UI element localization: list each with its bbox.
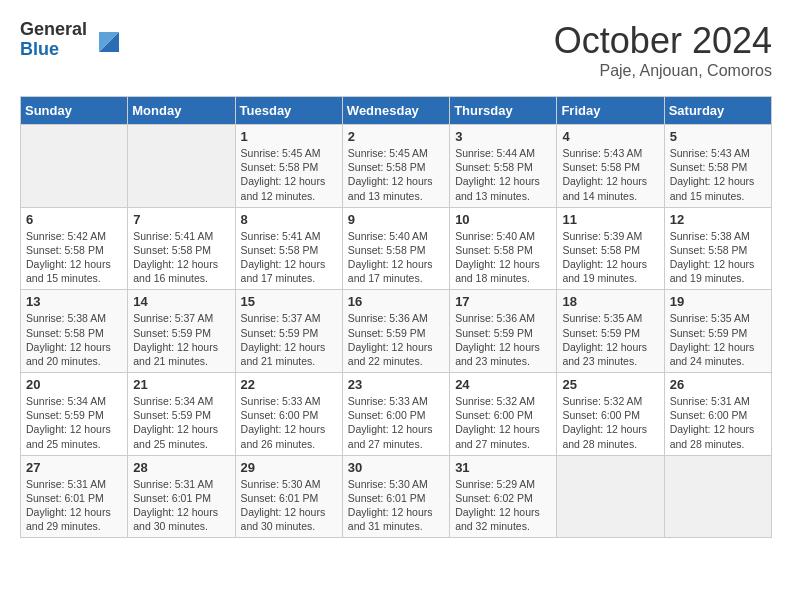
calendar-cell: 19Sunrise: 5:35 AMSunset: 5:59 PMDayligh…	[664, 290, 771, 373]
day-info: Sunrise: 5:37 AMSunset: 5:59 PMDaylight:…	[241, 311, 337, 368]
calendar-cell: 29Sunrise: 5:30 AMSunset: 6:01 PMDayligh…	[235, 455, 342, 538]
calendar-header-row: SundayMondayTuesdayWednesdayThursdayFrid…	[21, 97, 772, 125]
day-info: Sunrise: 5:36 AMSunset: 5:59 PMDaylight:…	[348, 311, 444, 368]
day-number: 12	[670, 212, 766, 227]
day-number: 3	[455, 129, 551, 144]
calendar-cell: 27Sunrise: 5:31 AMSunset: 6:01 PMDayligh…	[21, 455, 128, 538]
calendar-cell: 14Sunrise: 5:37 AMSunset: 5:59 PMDayligh…	[128, 290, 235, 373]
calendar-header-tuesday: Tuesday	[235, 97, 342, 125]
calendar-cell: 1Sunrise: 5:45 AMSunset: 5:58 PMDaylight…	[235, 125, 342, 208]
day-number: 14	[133, 294, 229, 309]
day-number: 25	[562, 377, 658, 392]
calendar-cell: 21Sunrise: 5:34 AMSunset: 5:59 PMDayligh…	[128, 373, 235, 456]
calendar-cell: 18Sunrise: 5:35 AMSunset: 5:59 PMDayligh…	[557, 290, 664, 373]
calendar-cell: 13Sunrise: 5:38 AMSunset: 5:58 PMDayligh…	[21, 290, 128, 373]
calendar-header-monday: Monday	[128, 97, 235, 125]
day-number: 22	[241, 377, 337, 392]
calendar-header-wednesday: Wednesday	[342, 97, 449, 125]
calendar-cell: 3Sunrise: 5:44 AMSunset: 5:58 PMDaylight…	[450, 125, 557, 208]
day-number: 8	[241, 212, 337, 227]
day-info: Sunrise: 5:36 AMSunset: 5:59 PMDaylight:…	[455, 311, 551, 368]
day-number: 26	[670, 377, 766, 392]
day-info: Sunrise: 5:38 AMSunset: 5:58 PMDaylight:…	[670, 229, 766, 286]
calendar-cell	[21, 125, 128, 208]
day-number: 20	[26, 377, 122, 392]
calendar-cell: 10Sunrise: 5:40 AMSunset: 5:58 PMDayligh…	[450, 207, 557, 290]
day-number: 15	[241, 294, 337, 309]
page-header: General Blue October 2024 Paje, Anjouan,…	[20, 20, 772, 80]
calendar-cell: 17Sunrise: 5:36 AMSunset: 5:59 PMDayligh…	[450, 290, 557, 373]
day-number: 1	[241, 129, 337, 144]
location-text: Paje, Anjouan, Comoros	[554, 62, 772, 80]
day-number: 19	[670, 294, 766, 309]
day-number: 31	[455, 460, 551, 475]
day-info: Sunrise: 5:30 AMSunset: 6:01 PMDaylight:…	[241, 477, 337, 534]
day-info: Sunrise: 5:39 AMSunset: 5:58 PMDaylight:…	[562, 229, 658, 286]
day-number: 16	[348, 294, 444, 309]
day-info: Sunrise: 5:35 AMSunset: 5:59 PMDaylight:…	[670, 311, 766, 368]
day-info: Sunrise: 5:43 AMSunset: 5:58 PMDaylight:…	[670, 146, 766, 203]
day-info: Sunrise: 5:40 AMSunset: 5:58 PMDaylight:…	[455, 229, 551, 286]
calendar-cell: 25Sunrise: 5:32 AMSunset: 6:00 PMDayligh…	[557, 373, 664, 456]
calendar-cell: 8Sunrise: 5:41 AMSunset: 5:58 PMDaylight…	[235, 207, 342, 290]
calendar-cell: 2Sunrise: 5:45 AMSunset: 5:58 PMDaylight…	[342, 125, 449, 208]
calendar-table: SundayMondayTuesdayWednesdayThursdayFrid…	[20, 96, 772, 538]
day-info: Sunrise: 5:45 AMSunset: 5:58 PMDaylight:…	[348, 146, 444, 203]
day-info: Sunrise: 5:34 AMSunset: 5:59 PMDaylight:…	[133, 394, 229, 451]
calendar-cell: 15Sunrise: 5:37 AMSunset: 5:59 PMDayligh…	[235, 290, 342, 373]
calendar-cell: 16Sunrise: 5:36 AMSunset: 5:59 PMDayligh…	[342, 290, 449, 373]
day-info: Sunrise: 5:32 AMSunset: 6:00 PMDaylight:…	[562, 394, 658, 451]
day-number: 28	[133, 460, 229, 475]
calendar-cell: 28Sunrise: 5:31 AMSunset: 6:01 PMDayligh…	[128, 455, 235, 538]
day-number: 29	[241, 460, 337, 475]
day-info: Sunrise: 5:44 AMSunset: 5:58 PMDaylight:…	[455, 146, 551, 203]
logo: General Blue	[20, 20, 123, 60]
calendar-cell: 31Sunrise: 5:29 AMSunset: 6:02 PMDayligh…	[450, 455, 557, 538]
day-number: 11	[562, 212, 658, 227]
day-info: Sunrise: 5:34 AMSunset: 5:59 PMDaylight:…	[26, 394, 122, 451]
calendar-cell: 7Sunrise: 5:41 AMSunset: 5:58 PMDaylight…	[128, 207, 235, 290]
day-info: Sunrise: 5:40 AMSunset: 5:58 PMDaylight:…	[348, 229, 444, 286]
calendar-cell: 12Sunrise: 5:38 AMSunset: 5:58 PMDayligh…	[664, 207, 771, 290]
day-number: 7	[133, 212, 229, 227]
day-number: 23	[348, 377, 444, 392]
calendar-cell	[664, 455, 771, 538]
day-number: 6	[26, 212, 122, 227]
title-block: October 2024 Paje, Anjouan, Comoros	[554, 20, 772, 80]
day-number: 21	[133, 377, 229, 392]
calendar-week-row: 27Sunrise: 5:31 AMSunset: 6:01 PMDayligh…	[21, 455, 772, 538]
day-number: 24	[455, 377, 551, 392]
day-info: Sunrise: 5:30 AMSunset: 6:01 PMDaylight:…	[348, 477, 444, 534]
day-info: Sunrise: 5:33 AMSunset: 6:00 PMDaylight:…	[241, 394, 337, 451]
day-number: 18	[562, 294, 658, 309]
day-info: Sunrise: 5:31 AMSunset: 6:01 PMDaylight:…	[26, 477, 122, 534]
calendar-week-row: 1Sunrise: 5:45 AMSunset: 5:58 PMDaylight…	[21, 125, 772, 208]
day-info: Sunrise: 5:32 AMSunset: 6:00 PMDaylight:…	[455, 394, 551, 451]
day-number: 30	[348, 460, 444, 475]
calendar-week-row: 20Sunrise: 5:34 AMSunset: 5:59 PMDayligh…	[21, 373, 772, 456]
calendar-cell: 11Sunrise: 5:39 AMSunset: 5:58 PMDayligh…	[557, 207, 664, 290]
day-number: 10	[455, 212, 551, 227]
calendar-header-friday: Friday	[557, 97, 664, 125]
day-info: Sunrise: 5:37 AMSunset: 5:59 PMDaylight:…	[133, 311, 229, 368]
calendar-header-thursday: Thursday	[450, 97, 557, 125]
calendar-cell: 20Sunrise: 5:34 AMSunset: 5:59 PMDayligh…	[21, 373, 128, 456]
calendar-cell: 30Sunrise: 5:30 AMSunset: 6:01 PMDayligh…	[342, 455, 449, 538]
calendar-cell: 4Sunrise: 5:43 AMSunset: 5:58 PMDaylight…	[557, 125, 664, 208]
calendar-cell	[557, 455, 664, 538]
calendar-header-sunday: Sunday	[21, 97, 128, 125]
day-info: Sunrise: 5:41 AMSunset: 5:58 PMDaylight:…	[133, 229, 229, 286]
calendar-week-row: 6Sunrise: 5:42 AMSunset: 5:58 PMDaylight…	[21, 207, 772, 290]
day-number: 27	[26, 460, 122, 475]
day-info: Sunrise: 5:35 AMSunset: 5:59 PMDaylight:…	[562, 311, 658, 368]
calendar-cell: 5Sunrise: 5:43 AMSunset: 5:58 PMDaylight…	[664, 125, 771, 208]
calendar-cell	[128, 125, 235, 208]
calendar-cell: 22Sunrise: 5:33 AMSunset: 6:00 PMDayligh…	[235, 373, 342, 456]
month-title: October 2024	[554, 20, 772, 62]
logo-general-text: General	[20, 20, 87, 40]
day-info: Sunrise: 5:33 AMSunset: 6:00 PMDaylight:…	[348, 394, 444, 451]
day-info: Sunrise: 5:38 AMSunset: 5:58 PMDaylight:…	[26, 311, 122, 368]
day-info: Sunrise: 5:42 AMSunset: 5:58 PMDaylight:…	[26, 229, 122, 286]
day-info: Sunrise: 5:43 AMSunset: 5:58 PMDaylight:…	[562, 146, 658, 203]
calendar-cell: 6Sunrise: 5:42 AMSunset: 5:58 PMDaylight…	[21, 207, 128, 290]
